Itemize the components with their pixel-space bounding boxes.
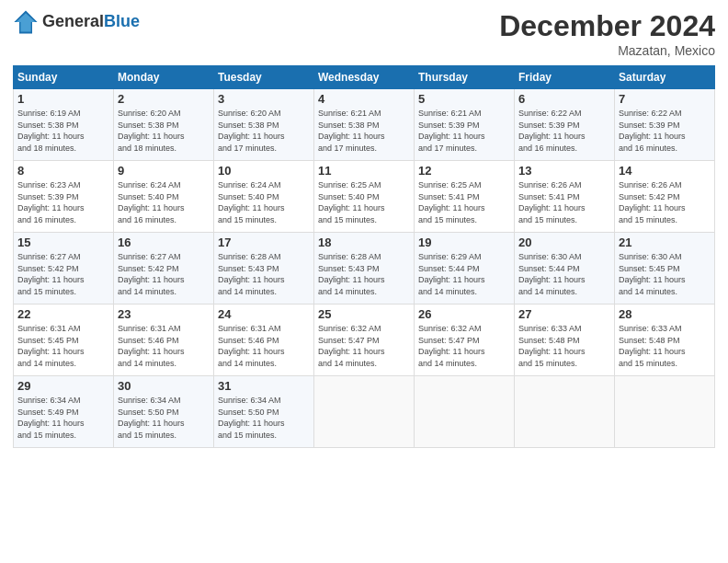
day-number: 6: [518, 92, 610, 106]
calendar-cell: 25Sunrise: 6:32 AM Sunset: 5:47 PM Dayli…: [314, 304, 415, 376]
calendar-cell: 14Sunrise: 6:26 AM Sunset: 5:42 PM Dayli…: [615, 161, 715, 233]
calendar-cell: [314, 376, 415, 448]
calendar-cell: 13Sunrise: 6:26 AM Sunset: 5:41 PM Dayli…: [515, 161, 615, 233]
calendar-cell: 1Sunrise: 6:19 AM Sunset: 5:38 PM Daylig…: [14, 89, 114, 161]
day-detail: Sunrise: 6:20 AM Sunset: 5:38 PM Dayligh…: [118, 108, 210, 154]
calendar-cell: [515, 376, 615, 448]
day-number: 24: [218, 307, 310, 321]
page-container: GeneralBlue December 2024 Mazatan, Mexic…: [0, 0, 728, 457]
location: Mazatan, Mexico: [499, 43, 715, 58]
calendar-cell: 9Sunrise: 6:24 AM Sunset: 5:40 PM Daylig…: [114, 161, 214, 233]
day-detail: Sunrise: 6:26 AM Sunset: 5:41 PM Dayligh…: [518, 179, 610, 225]
calendar-cell: 18Sunrise: 6:28 AM Sunset: 5:43 PM Dayli…: [314, 233, 415, 304]
day-detail: Sunrise: 6:19 AM Sunset: 5:38 PM Dayligh…: [17, 108, 109, 154]
calendar-cell: 2Sunrise: 6:20 AM Sunset: 5:38 PM Daylig…: [114, 89, 214, 161]
day-detail: Sunrise: 6:23 AM Sunset: 5:39 PM Dayligh…: [17, 179, 109, 225]
day-detail: Sunrise: 6:32 AM Sunset: 5:47 PM Dayligh…: [418, 323, 510, 369]
day-detail: Sunrise: 6:26 AM Sunset: 5:42 PM Dayligh…: [619, 179, 711, 225]
day-detail: Sunrise: 6:22 AM Sunset: 5:39 PM Dayligh…: [518, 108, 610, 154]
day-number: 28: [619, 307, 711, 321]
day-detail: Sunrise: 6:22 AM Sunset: 5:39 PM Dayligh…: [619, 108, 711, 154]
calendar-table: SundayMondayTuesdayWednesdayThursdayFrid…: [13, 65, 715, 448]
calendar-cell: 5Sunrise: 6:21 AM Sunset: 5:39 PM Daylig…: [415, 89, 515, 161]
calendar-cell: 6Sunrise: 6:22 AM Sunset: 5:39 PM Daylig…: [515, 89, 615, 161]
calendar-cell: 29Sunrise: 6:34 AM Sunset: 5:49 PM Dayli…: [14, 376, 114, 448]
calendar-cell: 8Sunrise: 6:23 AM Sunset: 5:39 PM Daylig…: [14, 161, 114, 233]
day-number: 31: [218, 379, 310, 393]
day-detail: Sunrise: 6:21 AM Sunset: 5:39 PM Dayligh…: [418, 108, 510, 154]
day-number: 20: [518, 236, 610, 249]
calendar-cell: [415, 376, 515, 448]
weekday-header-saturday: Saturday: [615, 66, 715, 89]
month-title: December 2024: [499, 9, 715, 43]
weekday-header-sunday: Sunday: [14, 66, 114, 89]
day-number: 22: [17, 307, 109, 321]
calendar-cell: 30Sunrise: 6:34 AM Sunset: 5:50 PM Dayli…: [114, 376, 214, 448]
calendar-cell: 15Sunrise: 6:27 AM Sunset: 5:42 PM Dayli…: [14, 233, 114, 304]
calendar-cell: 31Sunrise: 6:34 AM Sunset: 5:50 PM Dayli…: [214, 376, 314, 448]
day-detail: Sunrise: 6:31 AM Sunset: 5:46 PM Dayligh…: [218, 323, 310, 369]
day-detail: Sunrise: 6:34 AM Sunset: 5:49 PM Dayligh…: [17, 395, 109, 441]
day-number: 10: [218, 164, 310, 178]
day-number: 26: [418, 307, 510, 321]
day-number: 16: [118, 236, 210, 249]
day-number: 7: [619, 92, 711, 106]
day-detail: Sunrise: 6:25 AM Sunset: 5:41 PM Dayligh…: [418, 179, 510, 225]
day-number: 14: [619, 164, 711, 178]
day-detail: Sunrise: 6:30 AM Sunset: 5:45 PM Dayligh…: [619, 251, 711, 297]
day-number: 2: [118, 92, 210, 106]
weekday-header-friday: Friday: [515, 66, 615, 89]
day-number: 18: [318, 236, 410, 249]
calendar-cell: 11Sunrise: 6:25 AM Sunset: 5:40 PM Dayli…: [314, 161, 415, 233]
day-number: 30: [118, 379, 210, 393]
calendar-cell: 3Sunrise: 6:20 AM Sunset: 5:38 PM Daylig…: [214, 89, 314, 161]
day-number: 15: [17, 236, 109, 249]
day-detail: Sunrise: 6:31 AM Sunset: 5:45 PM Dayligh…: [17, 323, 109, 369]
day-number: 29: [17, 379, 109, 393]
calendar-cell: 22Sunrise: 6:31 AM Sunset: 5:45 PM Dayli…: [14, 304, 114, 376]
day-number: 23: [118, 307, 210, 321]
calendar-week-row: 15Sunrise: 6:27 AM Sunset: 5:42 PM Dayli…: [14, 233, 715, 304]
day-number: 9: [118, 164, 210, 178]
day-detail: Sunrise: 6:24 AM Sunset: 5:40 PM Dayligh…: [218, 179, 310, 225]
day-number: 4: [318, 92, 410, 106]
day-detail: Sunrise: 6:33 AM Sunset: 5:48 PM Dayligh…: [619, 323, 711, 369]
calendar-cell: 17Sunrise: 6:28 AM Sunset: 5:43 PM Dayli…: [214, 233, 314, 304]
day-detail: Sunrise: 6:30 AM Sunset: 5:44 PM Dayligh…: [518, 251, 610, 297]
day-detail: Sunrise: 6:21 AM Sunset: 5:38 PM Dayligh…: [318, 108, 410, 154]
day-number: 25: [318, 307, 410, 321]
day-detail: Sunrise: 6:27 AM Sunset: 5:42 PM Dayligh…: [118, 251, 210, 297]
day-detail: Sunrise: 6:29 AM Sunset: 5:44 PM Dayligh…: [418, 251, 510, 297]
calendar-cell: 20Sunrise: 6:30 AM Sunset: 5:44 PM Dayli…: [515, 233, 615, 304]
logo-icon: [13, 9, 39, 35]
day-detail: Sunrise: 6:32 AM Sunset: 5:47 PM Dayligh…: [318, 323, 410, 369]
day-detail: Sunrise: 6:27 AM Sunset: 5:42 PM Dayligh…: [17, 251, 109, 297]
day-number: 27: [518, 307, 610, 321]
weekday-header-monday: Monday: [114, 66, 214, 89]
day-number: 12: [418, 164, 510, 178]
calendar-week-row: 1Sunrise: 6:19 AM Sunset: 5:38 PM Daylig…: [14, 89, 715, 161]
calendar-cell: 27Sunrise: 6:33 AM Sunset: 5:48 PM Dayli…: [515, 304, 615, 376]
day-number: 21: [619, 236, 711, 249]
day-detail: Sunrise: 6:28 AM Sunset: 5:43 PM Dayligh…: [218, 251, 310, 297]
weekday-header-thursday: Thursday: [415, 66, 515, 89]
day-number: 1: [17, 92, 109, 106]
calendar-week-row: 22Sunrise: 6:31 AM Sunset: 5:45 PM Dayli…: [14, 304, 715, 376]
calendar-cell: 4Sunrise: 6:21 AM Sunset: 5:38 PM Daylig…: [314, 89, 415, 161]
logo: GeneralBlue: [13, 9, 140, 35]
calendar-cell: 19Sunrise: 6:29 AM Sunset: 5:44 PM Dayli…: [415, 233, 515, 304]
calendar-cell: 26Sunrise: 6:32 AM Sunset: 5:47 PM Dayli…: [415, 304, 515, 376]
title-block: December 2024 Mazatan, Mexico: [499, 9, 715, 58]
day-detail: Sunrise: 6:31 AM Sunset: 5:46 PM Dayligh…: [118, 323, 210, 369]
svg-marker-1: [17, 13, 36, 31]
day-detail: Sunrise: 6:25 AM Sunset: 5:40 PM Dayligh…: [318, 179, 410, 225]
calendar-cell: 12Sunrise: 6:25 AM Sunset: 5:41 PM Dayli…: [415, 161, 515, 233]
day-number: 3: [218, 92, 310, 106]
day-number: 13: [518, 164, 610, 178]
day-number: 11: [318, 164, 410, 178]
weekday-header-wednesday: Wednesday: [314, 66, 415, 89]
calendar-cell: 21Sunrise: 6:30 AM Sunset: 5:45 PM Dayli…: [615, 233, 715, 304]
day-detail: Sunrise: 6:33 AM Sunset: 5:48 PM Dayligh…: [518, 323, 610, 369]
day-detail: Sunrise: 6:28 AM Sunset: 5:43 PM Dayligh…: [318, 251, 410, 297]
logo-general-text: General: [42, 12, 104, 30]
